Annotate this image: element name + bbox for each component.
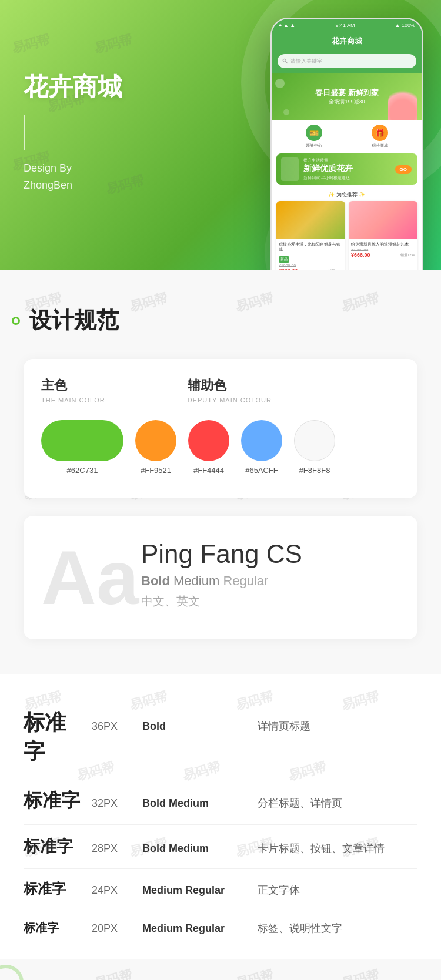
ts-usage-20: 标签、说明性文字 — [258, 921, 417, 935]
ts-char-36: 标准字 — [24, 709, 82, 766]
main-color-sublabel: THE MAIN COLOR — [41, 397, 105, 404]
phone-status-bar: ● ▲ ▲ 9:41 AM ▲ 100% — [272, 19, 422, 32]
main-color-hex: #62C731 — [67, 466, 98, 475]
deputy-color-circle-2 — [188, 420, 229, 461]
deputy-color-sublabel: DEPUTY MAIN COLOUR — [188, 397, 272, 404]
svg-point-0 — [283, 59, 286, 62]
deputy-color-circle-3 — [241, 420, 282, 461]
type-scale-row-28: 标准字 28PX Bold Medium 卡片标题、按钮、文章详情 — [24, 825, 417, 869]
phone-search-inner[interactable]: 请输入关键字 — [278, 54, 416, 68]
ts-weight-36: Bold — [142, 720, 248, 733]
deputy-color-circle-4 — [294, 420, 335, 461]
page-show-circle-decor — [0, 965, 24, 980]
main-color-swatch: #62C731 — [41, 420, 123, 475]
color-swatches-row: #62C731 #FF9521 #FF4444 #65ACFF #F8F8F8 — [41, 420, 400, 475]
typography-section: Aa Ping Fang CS Bold Medium Regular 中文、英… — [24, 516, 417, 639]
search-icon — [282, 58, 288, 64]
phone-icon-points[interactable]: 🎁 积分商城 — [372, 125, 388, 149]
hero-section: 易码帮 易码帮 易码帮 易码帮 易码帮 花卉商城 Design By Zhong… — [0, 0, 441, 270]
phone-mockup: ● ▲ ▲ 9:41 AM ▲ 100% 花卉商城 请输入关键字 春日盛宴 新鲜… — [270, 18, 423, 270]
ts-weight-28: Bold Medium — [142, 843, 248, 855]
deputy-color-hex-2: #FF4444 — [193, 466, 224, 475]
product-card-1[interactable]: 积极热爱生活，比如阳台鲜花与盆栽 新品 ¥1000.00 ¥666.00 销量1… — [276, 201, 345, 270]
phone-recommend-title: ✨ 为您推荐 ✨ — [272, 189, 422, 201]
hero-divider — [24, 115, 25, 150]
subtitle-line1: Design By — [24, 162, 72, 174]
font-name: Ping Fang CS — [141, 539, 400, 569]
type-big-letter: Aa — [41, 539, 123, 616]
deputy-color-swatch-2: #FF4444 — [188, 420, 229, 475]
deputy-color-circle-1 — [135, 420, 176, 461]
coupon-icon-circle: 🎫 — [306, 125, 322, 141]
promo-line2: 新鲜优质花卉 — [303, 163, 395, 174]
type-scale-row-24: 标准字 24PX Medium Regular 正文字体 — [24, 869, 417, 909]
product-sales-2: 销量1234 — [400, 253, 415, 258]
type-scale-row-20: 标准字 20PX Medium Regular 标签、说明性文字 — [24, 909, 417, 947]
banner-flowers — [388, 85, 417, 120]
product-info-2: 给你溧新且撩人的浪漫鲜花艺术 ¥1000.00 ¥666.00 销量1234 — [349, 239, 417, 261]
page-show-watermarks: 易码帮 易码帮 易码帮 — [0, 959, 441, 980]
banner-decor1 — [275, 79, 285, 88]
main-color-label: 主色 — [41, 377, 105, 394]
ts-weight-24: Medium Regular — [142, 884, 248, 897]
product-title-2: 给你溧新且撩人的浪漫鲜花艺术 — [351, 241, 415, 247]
main-color-group: 主色 THE MAIN COLOR — [41, 377, 105, 405]
type-scale-section: 易码帮 易码帮 易码帮 易码帮 易码帮 易码帮 易码帮 易码帮 易码帮 易码帮 … — [0, 674, 441, 959]
product-orig-price-1: ¥1000.00 — [279, 264, 343, 268]
product-price-2: ¥666.00 — [351, 252, 370, 258]
deputy-color-swatch-4: #F8F8F8 — [294, 420, 335, 475]
weight-medium: Medium — [173, 573, 219, 588]
color-section: 主色 THE MAIN COLOR 辅助色 DEPUTY MAIN COLOUR… — [24, 359, 417, 498]
phone-promo-banner[interactable]: 提升生活质量 新鲜优质花卉 新鲜到家 半小时极速送达 GO — [276, 153, 417, 185]
points-label: 积分商城 — [372, 143, 388, 149]
product-title-1: 积极热爱生活，比如阳台鲜花与盆栽 — [279, 241, 343, 252]
ts-usage-24: 正文字体 — [258, 883, 417, 897]
font-weights: Bold Medium Regular — [141, 573, 400, 589]
deputy-color-hex-4: #F8F8F8 — [299, 466, 330, 475]
phone-icons-row: 🎫 领券中心 🎁 积分商城 — [272, 120, 422, 153]
spec-title: 设计规范 — [24, 306, 417, 335]
status-left: ● ▲ ▲ — [279, 22, 295, 28]
product-price-row-2: ¥666.00 销量1234 — [351, 252, 415, 258]
phone-products: 积极热爱生活，比如阳台鲜花与盆栽 新品 ¥1000.00 ¥666.00 销量1… — [272, 201, 422, 270]
deputy-color-group: 辅助色 DEPUTY MAIN COLOUR — [188, 377, 272, 405]
search-placeholder: 请输入关键字 — [290, 58, 322, 65]
page-show-section: 易码帮 易码帮 易码帮 页面展示 — [0, 959, 441, 980]
phone-nav-title: 花卉商城 — [332, 36, 362, 46]
phone-promo-text: 提升生活质量 新鲜优质花卉 新鲜到家 半小时极速送达 — [282, 157, 395, 181]
phone-mockup-container: ● ▲ ▲ 9:41 AM ▲ 100% 花卉商城 请输入关键字 春日盛宴 新鲜… — [270, 18, 423, 270]
main-color-pill — [41, 420, 123, 461]
ts-usage-36: 详情页标题 — [258, 719, 417, 733]
ts-size-24: 24PX — [92, 884, 133, 897]
ts-char-24: 标准字 — [24, 880, 82, 898]
spec-section: 易码帮 易码帮 易码帮 易码帮 易码帮 易码帮 易码帮 易码帮 易码帮 易码帮 … — [0, 270, 441, 674]
points-icon-circle: 🎁 — [372, 125, 388, 141]
ts-usage-28: 卡片标题、按钮、文章详情 — [258, 841, 417, 855]
product-card-2[interactable]: 给你溧新且撩人的浪漫鲜花艺术 ¥1000.00 ¥666.00 销量1234 — [349, 201, 417, 270]
product-price-1: ¥666.00 — [279, 268, 298, 270]
ts-size-32: 32PX — [92, 797, 133, 810]
font-langs: 中文、英文 — [141, 593, 400, 609]
phone-search-bar[interactable]: 请输入关键字 — [272, 51, 422, 73]
product-price-row-1: ¥666.00 销量1234 — [279, 268, 343, 270]
promo-line1: 提升生活质量 — [303, 157, 395, 163]
ps-wm1: 易码帮 — [92, 966, 135, 980]
type-scale-row-32: 标准字 32PX Bold Medium 分栏标题、详情页 — [24, 777, 417, 825]
deputy-color-label: 辅助色 — [188, 377, 272, 394]
product-info-1: 积极热爱生活，比如阳台鲜花与盆栽 新品 ¥1000.00 ¥666.00 销量1… — [276, 239, 345, 270]
phone-icon-coupon[interactable]: 🎫 领券中心 — [306, 125, 322, 149]
phone-nav-bar: 花卉商城 — [272, 32, 422, 51]
promo-go-button[interactable]: GO — [395, 165, 412, 174]
type-scale-row-36: 标准字 36PX Bold 详情页标题 — [24, 698, 417, 777]
weight-regular: Regular — [223, 573, 268, 588]
product-img-2 — [349, 201, 417, 239]
ts-size-36: 36PX — [92, 720, 133, 733]
product-badge-1: 新品 — [279, 256, 289, 263]
ts-usage-32: 分栏标题、详情页 — [258, 796, 417, 810]
promo-image — [281, 157, 299, 181]
ts-char-32: 标准字 — [24, 788, 82, 814]
deputy-color-hex-1: #FF9521 — [141, 466, 171, 475]
deputy-color-swatch-3: #65ACFF — [241, 420, 282, 475]
status-right: ▲ 100% — [395, 22, 415, 28]
ps-wm2: 易码帮 — [233, 966, 276, 980]
